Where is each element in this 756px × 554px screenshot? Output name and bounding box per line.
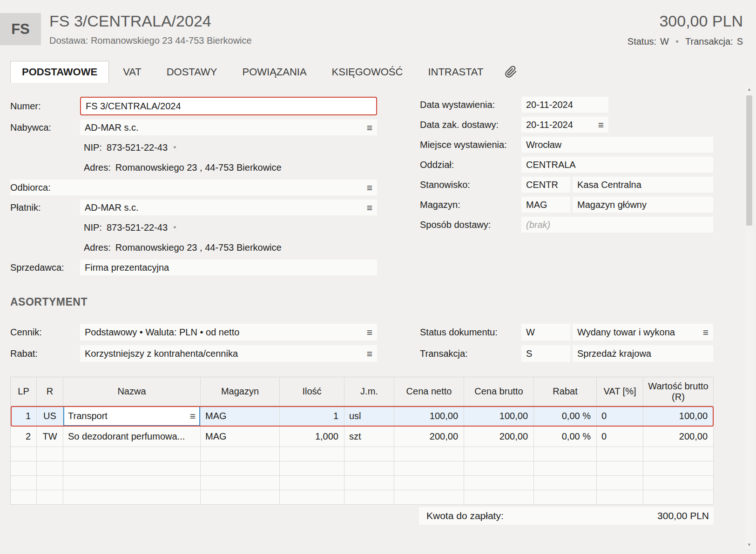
cell-vat[interactable]: 0: [597, 406, 643, 427]
cennik-input[interactable]: Podstawowy • Waluta: PLN • od netto ≡: [80, 324, 377, 340]
cell-ilosc[interactable]: 1: [280, 406, 344, 427]
menu-icon[interactable]: ≡: [367, 203, 372, 213]
empty-cell: [464, 476, 534, 490]
rabat-input[interactable]: Korzystniejszy z kontrahenta/cennika ≡: [80, 345, 377, 362]
kwota-do-zaplaty-row: Kwota do zapłaty: 300,00 PLN: [419, 507, 714, 525]
col-header-cena-brutto: Cena brutto: [464, 377, 534, 406]
cell-lp[interactable]: 1: [11, 406, 37, 427]
menu-icon[interactable]: ≡: [367, 123, 372, 133]
rabat-label: Rabat:: [10, 348, 80, 359]
cell-r[interactable]: US: [37, 406, 63, 427]
empty-cell: [597, 461, 643, 476]
cell-magazyn[interactable]: MAG: [201, 427, 280, 447]
tab-ksiegowosc[interactable]: KSIĘGOWOŚĆ: [321, 61, 414, 83]
cell-cena-netto[interactable]: 100,00: [394, 406, 464, 427]
empty-cell: [63, 447, 201, 461]
stanowisko-code-input[interactable]: CENTR: [521, 177, 570, 193]
status-dokumentu-code-input[interactable]: W: [521, 324, 570, 340]
sposob-dostawy-input[interactable]: (brak): [521, 217, 713, 233]
cell-rabat[interactable]: 0,00 %: [534, 427, 597, 447]
magazyn-code: MAG: [526, 200, 547, 210]
nip-value: 873-521-22-43: [107, 142, 168, 153]
empty-cell: [344, 476, 394, 490]
col-header-jm: J.m.: [344, 377, 394, 406]
cell-vat[interactable]: 0: [597, 427, 643, 447]
cell-r[interactable]: TW: [37, 427, 63, 447]
odbiorca-label: Odbiorca:: [10, 180, 80, 195]
oddzial-input[interactable]: CENTRALA: [521, 157, 713, 173]
scrollbar-track[interactable]: [745, 93, 753, 541]
cell-nazwa-editing[interactable]: Transport ≡: [63, 406, 201, 427]
document-type-badge: FS: [0, 13, 41, 45]
odbiorca-input[interactable]: ≡: [80, 180, 377, 195]
transakcja-code-input[interactable]: S: [521, 345, 570, 362]
stanowisko-name-input[interactable]: Kasa Centralna: [573, 177, 713, 193]
menu-icon[interactable]: ≡: [367, 183, 372, 193]
platnik-input[interactable]: AD-MAR s.c. ≡: [80, 200, 377, 215]
empty-cell: [63, 476, 201, 490]
col-header-rabat: Rabat: [534, 377, 597, 406]
numer-value: FS 3/CENTRALA/2024: [86, 101, 181, 112]
numer-input[interactable]: FS 3/CENTRALA/2024: [80, 97, 377, 115]
col-header-wartosc-brutto: Wartość brutto (R): [643, 377, 714, 406]
status-dokumentu-label: Status dokumentu:: [420, 327, 521, 338]
tab-intrastat[interactable]: INTRASTAT: [417, 61, 494, 83]
tab-podstawowe[interactable]: PODSTAWOWE: [10, 61, 109, 83]
nazwa-edit-input[interactable]: Transport ≡: [63, 406, 200, 426]
status-dokumentu-name: Wydany towar i wykona: [577, 327, 675, 338]
menu-icon[interactable]: ≡: [367, 349, 372, 359]
cell-rabat[interactable]: 0,00 %: [534, 406, 597, 427]
nip-label: NIP:: [84, 222, 102, 233]
attachments-icon[interactable]: [505, 61, 517, 83]
empty-cell: [37, 490, 63, 505]
vertical-scrollbar[interactable]: ▲ ▼: [745, 85, 753, 549]
cell-jm[interactable]: szt: [344, 427, 394, 447]
cell-jm[interactable]: usl: [344, 406, 394, 427]
magazyn-code-input[interactable]: MAG: [521, 197, 570, 213]
empty-cell: [11, 490, 37, 505]
transakcja-name-input[interactable]: Sprzedaż krajowa: [573, 345, 713, 362]
empty-cell: [63, 461, 201, 476]
tab-powiazania[interactable]: POWIĄZANIA: [231, 61, 317, 83]
cell-cena-brutto[interactable]: 200,00: [464, 427, 534, 447]
data-wystawienia-input[interactable]: 20-11-2024: [521, 97, 608, 113]
tab-bar: PODSTAWOWE VAT DOSTAWY POWIĄZANIA KSIĘGO…: [10, 61, 517, 83]
platnik-nip-row: NIP: 873-521-22-43 •: [10, 220, 377, 235]
cell-cena-netto[interactable]: 200,00: [394, 427, 464, 447]
tab-dostawy[interactable]: DOSTAWY: [155, 61, 229, 83]
menu-icon[interactable]: ≡: [190, 411, 196, 421]
menu-icon[interactable]: ≡: [598, 120, 604, 130]
empty-cell: [344, 461, 394, 476]
data-zak-dostawy-row: Data zak. dostawy: 20-11-2024 ≡: [420, 117, 713, 133]
scroll-down-icon[interactable]: ▼: [745, 541, 753, 549]
tab-vat[interactable]: VAT: [112, 61, 153, 83]
empty-cell: [597, 447, 643, 461]
cell-wartosc-brutto[interactable]: 100,00: [643, 406, 714, 427]
cell-cena-brutto[interactable]: 100,00: [464, 406, 534, 427]
menu-icon[interactable]: ≡: [703, 327, 709, 337]
cell-nazwa[interactable]: So dezodorant perfumowa...: [63, 427, 201, 447]
menu-icon[interactable]: ≡: [367, 327, 372, 337]
col-header-cena-netto: Cena netto: [394, 377, 464, 406]
magazyn-name: Magazyn główny: [577, 200, 647, 210]
scrollbar-thumb[interactable]: [746, 95, 752, 226]
nabywca-label: Nabywca:: [10, 122, 80, 133]
stanowisko-label: Stanowisko:: [420, 180, 521, 190]
data-zak-dostawy-input[interactable]: 20-11-2024 ≡: [521, 117, 608, 133]
nazwa-edit-value: Transport: [68, 411, 108, 421]
transakcja-name: Sprzedaż krajowa: [577, 348, 651, 359]
nabywca-input[interactable]: AD-MAR s.c. ≡: [80, 120, 377, 135]
status-dokumentu-name-input[interactable]: Wydany towar i wykona ≡: [573, 324, 713, 340]
cell-wartosc-brutto[interactable]: 200,00: [643, 427, 714, 447]
empty-cell: [201, 490, 280, 505]
miejsce-wystawienia-input[interactable]: Wrocław: [521, 137, 713, 153]
col-header-lp: LP: [11, 377, 37, 406]
cell-ilosc[interactable]: 1,000: [280, 427, 344, 447]
sprzedawca-input[interactable]: Firma prezentacyjna: [80, 260, 377, 275]
scroll-up-icon[interactable]: ▲: [745, 85, 753, 93]
cell-lp[interactable]: 2: [11, 427, 37, 447]
magazyn-name-input[interactable]: Magazyn główny: [573, 197, 713, 213]
empty-cell: [280, 461, 344, 476]
bullet-icon: •: [173, 223, 176, 233]
cell-magazyn[interactable]: MAG: [201, 406, 280, 427]
